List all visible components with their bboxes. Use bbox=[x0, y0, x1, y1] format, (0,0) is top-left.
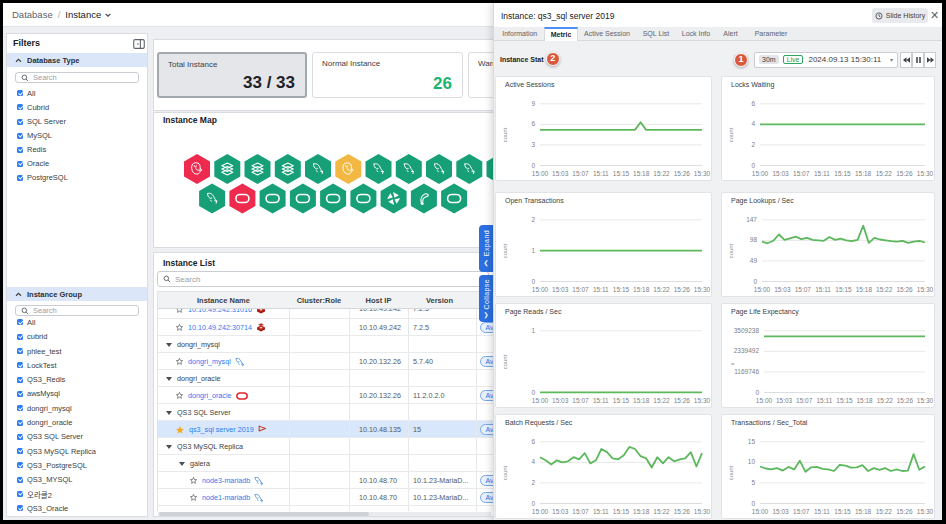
svg-text:2: 2 bbox=[751, 141, 755, 148]
svg-text:15:30: 15:30 bbox=[694, 170, 711, 177]
svg-text:15:11: 15:11 bbox=[817, 397, 833, 404]
svg-text:15:18: 15:18 bbox=[855, 508, 872, 515]
svg-text:15:03: 15:03 bbox=[772, 508, 789, 515]
svg-text:15:26: 15:26 bbox=[896, 508, 913, 515]
svg-text:count: count bbox=[502, 243, 508, 258]
svg-text:15:15: 15:15 bbox=[613, 397, 630, 404]
svg-text:count: count bbox=[502, 127, 508, 142]
svg-text:15:07: 15:07 bbox=[572, 286, 589, 293]
svg-text:2: 2 bbox=[531, 479, 535, 486]
svg-text:0: 0 bbox=[531, 278, 535, 285]
svg-text:15:18: 15:18 bbox=[856, 286, 873, 293]
svg-text:15:26: 15:26 bbox=[896, 170, 913, 177]
svg-text:15:26: 15:26 bbox=[674, 170, 691, 177]
svg-text:count: count bbox=[728, 127, 734, 142]
svg-text:6: 6 bbox=[531, 438, 535, 445]
svg-text:15:18: 15:18 bbox=[633, 170, 650, 177]
svg-text:6: 6 bbox=[751, 100, 755, 107]
svg-text:15:11: 15:11 bbox=[593, 397, 609, 404]
svg-text:0: 0 bbox=[755, 389, 759, 396]
svg-text:15:00: 15:00 bbox=[752, 508, 769, 515]
svg-text:15:11: 15:11 bbox=[814, 508, 830, 515]
svg-text:10: 10 bbox=[748, 458, 756, 465]
svg-text:15:03: 15:03 bbox=[552, 508, 569, 515]
svg-text:15:26: 15:26 bbox=[674, 508, 691, 515]
svg-text:49: 49 bbox=[750, 257, 758, 264]
svg-text:15:22: 15:22 bbox=[876, 508, 893, 515]
svg-text:15:30: 15:30 bbox=[694, 397, 711, 404]
svg-text:count: count bbox=[502, 465, 508, 480]
svg-text:9: 9 bbox=[531, 100, 535, 107]
svg-text:15:15: 15:15 bbox=[836, 397, 853, 404]
svg-text:1: 1 bbox=[531, 247, 535, 254]
svg-text:15:00: 15:00 bbox=[532, 397, 549, 404]
svg-text:15:11: 15:11 bbox=[593, 286, 609, 293]
svg-text:15:26: 15:26 bbox=[897, 397, 914, 404]
svg-text:15:18: 15:18 bbox=[855, 170, 872, 177]
svg-text:15:07: 15:07 bbox=[572, 397, 589, 404]
svg-text:15:07: 15:07 bbox=[796, 397, 813, 404]
svg-text:147: 147 bbox=[746, 216, 757, 223]
svg-text:15:03: 15:03 bbox=[772, 170, 789, 177]
svg-text:count: count bbox=[728, 465, 734, 480]
svg-text:15:03: 15:03 bbox=[552, 397, 569, 404]
svg-text:0: 0 bbox=[531, 162, 535, 169]
svg-text:15:15: 15:15 bbox=[834, 170, 851, 177]
svg-text:15:30: 15:30 bbox=[917, 508, 934, 515]
svg-text:15:07: 15:07 bbox=[572, 170, 589, 177]
svg-text:15:22: 15:22 bbox=[876, 286, 893, 293]
svg-text:0: 0 bbox=[531, 389, 535, 396]
svg-text:6: 6 bbox=[531, 120, 535, 127]
svg-text:5: 5 bbox=[751, 479, 755, 486]
svg-text:2339492: 2339492 bbox=[734, 347, 760, 354]
svg-text:15:11: 15:11 bbox=[593, 170, 609, 177]
svg-text:15:03: 15:03 bbox=[552, 170, 569, 177]
svg-text:15:30: 15:30 bbox=[917, 397, 934, 404]
svg-text:0: 0 bbox=[751, 500, 755, 507]
svg-text:15:07: 15:07 bbox=[572, 508, 589, 515]
svg-text:15:22: 15:22 bbox=[653, 397, 670, 404]
svg-text:15:30: 15:30 bbox=[694, 508, 711, 515]
svg-text:15:11: 15:11 bbox=[814, 170, 830, 177]
svg-text:count: count bbox=[502, 354, 508, 369]
svg-text:15:00: 15:00 bbox=[756, 397, 773, 404]
svg-text:15:00: 15:00 bbox=[532, 170, 549, 177]
svg-text:15:18: 15:18 bbox=[856, 397, 873, 404]
svg-text:4: 4 bbox=[751, 120, 755, 127]
svg-text:15:00: 15:00 bbox=[754, 286, 771, 293]
svg-text:15:30: 15:30 bbox=[917, 286, 934, 293]
svg-text:15:18: 15:18 bbox=[633, 508, 650, 515]
svg-text:15:00: 15:00 bbox=[532, 286, 549, 293]
svg-text:count: count bbox=[728, 243, 734, 258]
svg-text:15:26: 15:26 bbox=[674, 286, 691, 293]
svg-text:15:15: 15:15 bbox=[613, 508, 630, 515]
svg-text:15:22: 15:22 bbox=[876, 170, 893, 177]
svg-text:15:26: 15:26 bbox=[674, 397, 691, 404]
svg-text:0: 0 bbox=[751, 162, 755, 169]
svg-text:15:22: 15:22 bbox=[653, 170, 670, 177]
svg-text:15:30: 15:30 bbox=[917, 170, 934, 177]
svg-text:15:22: 15:22 bbox=[653, 286, 670, 293]
svg-text:15:15: 15:15 bbox=[835, 286, 852, 293]
svg-text:1169746: 1169746 bbox=[734, 368, 759, 375]
svg-text:15:03: 15:03 bbox=[774, 286, 791, 293]
svg-text:1: 1 bbox=[531, 327, 535, 334]
svg-text:15:00: 15:00 bbox=[532, 508, 549, 515]
svg-text:15:03: 15:03 bbox=[776, 397, 793, 404]
svg-text:15:03: 15:03 bbox=[552, 286, 569, 293]
svg-text:15:15: 15:15 bbox=[613, 170, 630, 177]
svg-text:15:00: 15:00 bbox=[752, 170, 769, 177]
svg-text:3509238: 3509238 bbox=[734, 327, 760, 334]
svg-text:15:18: 15:18 bbox=[633, 286, 650, 293]
svg-text:15:07: 15:07 bbox=[793, 508, 810, 515]
svg-text:15: 15 bbox=[748, 438, 756, 445]
svg-text:0: 0 bbox=[753, 278, 757, 285]
svg-text:3: 3 bbox=[531, 141, 535, 148]
svg-text:15:07: 15:07 bbox=[795, 286, 812, 293]
svg-text:15:22: 15:22 bbox=[877, 397, 894, 404]
svg-text:15:07: 15:07 bbox=[793, 170, 810, 177]
svg-text:98: 98 bbox=[750, 236, 758, 243]
svg-text:15:22: 15:22 bbox=[653, 508, 670, 515]
svg-text:2: 2 bbox=[531, 216, 535, 223]
svg-text:15:30: 15:30 bbox=[694, 286, 711, 293]
